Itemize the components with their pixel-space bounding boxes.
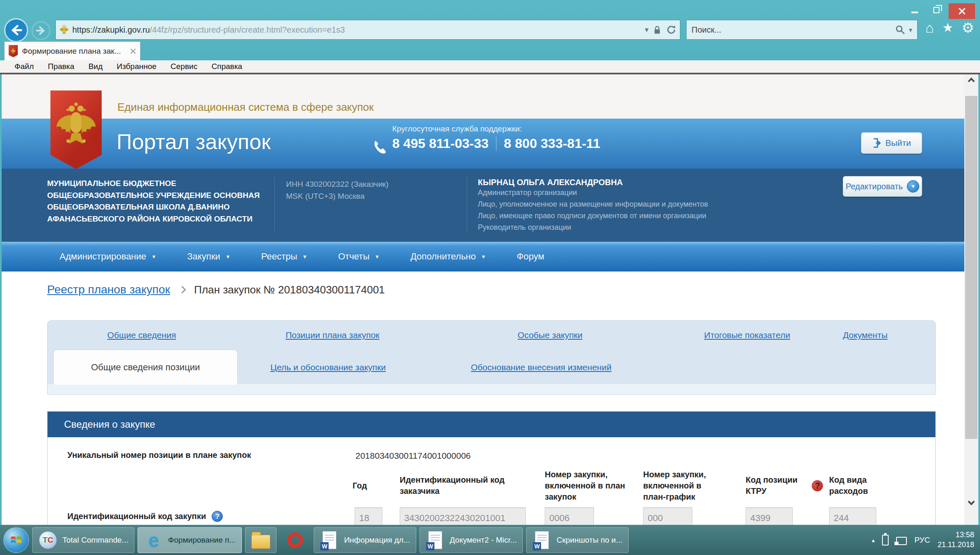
divider	[467, 177, 467, 231]
restore-button[interactable]	[927, 3, 945, 17]
tab-documents[interactable]: Документы	[843, 321, 887, 350]
purchase-info-section: Сведения о закупке Уникальный номер пози…	[47, 411, 936, 525]
menu-tools[interactable]: Сервис	[164, 62, 205, 71]
tab-purpose-justification[interactable]: Цель и обоснование закупки	[270, 350, 386, 385]
tab-close-icon[interactable]	[130, 48, 136, 54]
language-indicator[interactable]: РУС	[914, 536, 930, 545]
customer-code-input[interactable]	[400, 507, 526, 525]
chevron-up-icon	[968, 78, 975, 85]
edit-dropdown-icon[interactable]: ▼	[907, 180, 919, 193]
ktru-code-input[interactable]	[746, 507, 793, 525]
browser-chrome: https://zakupki.gov.ru/44fz/rpz/structur…	[0, 0, 980, 74]
battery-icon[interactable]	[882, 535, 889, 545]
menu-edit[interactable]: Правка	[41, 62, 81, 71]
user-name: КЫРНАЦ ОЛЬГА АЛЕКСАНДРОВНА	[478, 178, 792, 187]
col-header-customer-code: Идентификационный код заказчика	[400, 467, 528, 504]
taskbar-word-1[interactable]: W Информация дл...	[314, 527, 416, 553]
ktru-help-icon[interactable]: ?	[812, 480, 823, 491]
gerb-emblem	[50, 91, 102, 169]
tab-total-indicators[interactable]: Итоговые показатели	[704, 321, 790, 350]
portal-title: Портал закупок	[117, 129, 271, 154]
breadcrumb-current: План закупок № 201803403001174001	[194, 283, 385, 296]
edit-label: Редактировать	[846, 182, 903, 191]
taskbar: TC Total Commande... e Формирование п...…	[0, 525, 980, 555]
forward-button[interactable]	[31, 21, 50, 40]
minimize-button[interactable]	[906, 3, 924, 17]
search-placeholder: Поиск...	[691, 25, 721, 35]
back-arrow-icon	[9, 23, 23, 37]
tab-general-info[interactable]: Общие сведения	[107, 321, 176, 350]
browser-tab[interactable]: Формирование плана зак...	[4, 41, 141, 60]
tab-favicon	[9, 45, 18, 57]
tab-plan-positions[interactable]: Позиции плана закупок	[286, 321, 379, 350]
edit-button[interactable]: Редактировать ▼	[843, 176, 922, 197]
organization-name: МУНИЦИПАЛЬНОЕ БЮДЖЕТНОЕ ОБЩЕОБРАЗОВАТЕЛЬ…	[47, 178, 266, 225]
chevron-down-icon: ▼	[225, 254, 231, 260]
support-block: Круглосуточная служба поддержки: 8 495 8…	[392, 124, 600, 151]
page-scrollbar[interactable]	[964, 74, 978, 525]
search-icon[interactable]	[895, 24, 906, 35]
refresh-icon[interactable]	[666, 24, 677, 35]
url-text: https://zakupki.gov.ru/44fz/rpz/structur…	[72, 25, 345, 35]
menu-view[interactable]: Вид	[81, 62, 110, 71]
word-document-icon: W	[320, 531, 339, 550]
schedule-number-input[interactable]	[643, 507, 692, 525]
chevron-down-icon	[968, 498, 975, 505]
ikz-help-icon[interactable]: ?	[212, 511, 223, 522]
menu-favorites[interactable]: Избранное	[110, 62, 163, 71]
tab-position-general-active[interactable]: Общие сведения позиции	[53, 350, 238, 385]
browser-window: https://zakupki.gov.ru/44fz/rpz/structur…	[0, 0, 980, 555]
tab-title: Формирование плана зак...	[22, 47, 121, 56]
taskbar-word-2[interactable]: W Документ2 - Micr...	[420, 527, 523, 553]
plan-number-input[interactable]	[545, 507, 594, 525]
word-document-icon: W	[426, 531, 445, 550]
scrollbar-thumb[interactable]	[965, 96, 978, 439]
system-name: Единая информационная система в сфере за…	[117, 101, 374, 114]
exit-door-icon	[872, 138, 881, 148]
taskbar-explorer[interactable]	[245, 527, 277, 553]
clock[interactable]: 13:58 21.11.2018	[937, 530, 977, 550]
scroll-down-button[interactable]	[964, 495, 978, 511]
phone-icon	[372, 138, 389, 155]
logout-button[interactable]: Выйти	[861, 132, 922, 154]
network-icon[interactable]	[896, 537, 907, 545]
search-dropdown-icon[interactable]: ▾	[909, 26, 912, 34]
eagle-icon	[54, 98, 98, 151]
nav-purchases[interactable]: Закупки▼	[187, 251, 231, 262]
organization-timezone: MSK (UTC+3) Москва	[286, 191, 460, 202]
tab-special-purchases[interactable]: Особые закупки	[517, 321, 582, 350]
scroll-up-button[interactable]	[964, 74, 978, 90]
menu-help[interactable]: Справка	[205, 62, 250, 71]
nav-administration[interactable]: Администрирование▼	[60, 251, 157, 262]
logout-label: Выйти	[885, 138, 911, 148]
taskbar-opera[interactable]	[280, 527, 310, 553]
home-icon[interactable]: ⌂	[925, 21, 934, 35]
taskbar-total-commander[interactable]: TC Total Commande...	[32, 527, 134, 553]
breadcrumb-link[interactable]: Реестр планов закупок	[47, 283, 170, 296]
favorites-star-icon[interactable]: ★	[942, 21, 954, 34]
col-header-plan-number: Номер закупки, включенной в план закупок	[545, 467, 625, 504]
tab-change-justification[interactable]: Обоснование внесения изменений	[471, 350, 611, 385]
address-dropdown-icon[interactable]: ▾	[645, 25, 649, 34]
year-input[interactable]	[355, 507, 382, 525]
expense-code-input[interactable]	[829, 507, 876, 525]
nav-reports[interactable]: Отчеты▼	[338, 251, 380, 262]
url-path: /44fz/rpz/structured-plan/create.html?ex…	[150, 25, 345, 34]
back-button[interactable]	[4, 18, 28, 42]
chevron-down-icon: ▼	[302, 254, 308, 260]
taskbar-word-3[interactable]: W Скриншоты по и...	[526, 527, 628, 553]
settings-gear-icon[interactable]: ⚙	[962, 21, 974, 35]
search-box[interactable]: Поиск... ▾	[686, 20, 918, 40]
taskbar-ie-window[interactable]: e Формирование п...	[138, 527, 242, 553]
start-button[interactable]	[3, 527, 29, 553]
tray-expand-icon[interactable]: ▴	[872, 537, 875, 543]
nav-registries[interactable]: Реестры▼	[261, 251, 308, 262]
system-tray: ▴ РУС 13:58 21.11.2018	[872, 530, 977, 550]
menu-file[interactable]: Файл	[7, 62, 41, 71]
chevron-down-icon: ▼	[374, 254, 380, 260]
nav-forum[interactable]: Форум	[517, 251, 544, 262]
address-bar[interactable]: https://zakupki.gov.ru/44fz/rpz/structur…	[55, 20, 680, 40]
user-role: Лицо, имеющее право подписи документов о…	[478, 210, 792, 222]
close-button[interactable]	[949, 3, 975, 19]
nav-additional[interactable]: Дополнительно▼	[410, 251, 486, 262]
